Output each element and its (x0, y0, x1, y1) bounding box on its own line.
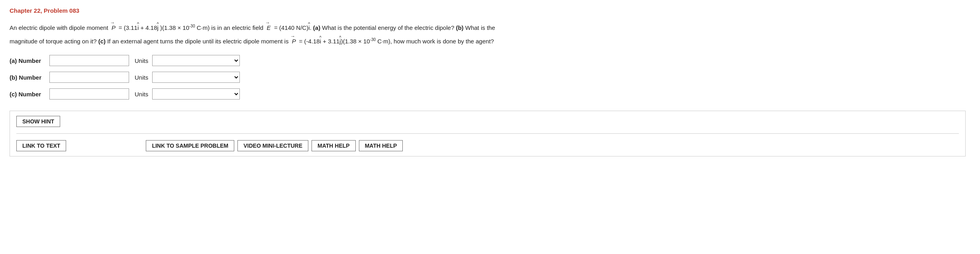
problem-intro: An electric dipole with dipole moment (10, 24, 110, 31)
p2-vector-symbol: P (290, 33, 298, 47)
resource-buttons: LINK TO SAMPLE PROBLEM VIDEO MINI-LECTUR… (146, 140, 403, 151)
problem-p-eq: = (3.11i + 4.18j )(1.38 × 10-30 C·m) is … (119, 24, 265, 31)
units-select-b[interactable]: N·m J eV (152, 72, 240, 83)
problem-p2-eq: = (-4.18i + 3.11j)(1.38 × 10-30 C·m), ho… (299, 38, 494, 45)
units-select-a[interactable]: J eV N·m (152, 55, 240, 66)
link-to-text-button[interactable]: LINK TO TEXT (16, 140, 66, 151)
chapter-title: Chapter 22, Problem 083 (10, 7, 970, 14)
answers-section: (a) Number Units J eV N·m (b) Number Uni… (10, 55, 970, 100)
math-help-button-1[interactable]: MATH HELP (312, 140, 356, 151)
answer-row-b: (b) Number Units N·m J eV (10, 72, 970, 83)
number-input-b[interactable] (49, 72, 129, 83)
e-vector-symbol: E (265, 20, 272, 33)
answer-label-a: (a) Number (10, 57, 45, 64)
answer-label-c: (c) Number (10, 91, 45, 98)
units-label-b: Units (135, 74, 148, 81)
show-hint-button[interactable]: SHOW HINT (16, 116, 60, 127)
number-input-a[interactable] (49, 55, 129, 66)
divider (16, 133, 959, 134)
answer-label-b: (b) Number (10, 74, 45, 81)
link-to-sample-button[interactable]: LINK TO SAMPLE PROBLEM (146, 140, 234, 151)
video-mini-lecture-button[interactable]: VIDEO MINI-LECTURE (237, 140, 308, 151)
units-label-a: Units (135, 57, 148, 64)
show-hint-row: SHOW HINT (16, 116, 959, 127)
problem-e-eq: = (4140 N/C)i. (a) What is the potential… (274, 24, 495, 31)
math-help-button-2[interactable]: MATH HELP (359, 140, 403, 151)
answer-row-a: (a) Number Units J eV N·m (10, 55, 970, 66)
p-vector-symbol: P (110, 20, 117, 33)
bottom-links-row: LINK TO TEXT LINK TO SAMPLE PROBLEM VIDE… (16, 140, 959, 151)
number-input-c[interactable] (49, 88, 129, 100)
problem-text: An electric dipole with dipole moment P … (10, 20, 958, 46)
problem-line2: magnitude of torque acting on it? (c) If… (10, 38, 290, 45)
answer-row-c: (c) Number Units J eV N·m (10, 88, 970, 100)
units-select-c[interactable]: J eV N·m (152, 88, 240, 100)
units-label-c: Units (135, 91, 148, 98)
bottom-section: SHOW HINT LINK TO TEXT LINK TO SAMPLE PR… (10, 111, 966, 156)
